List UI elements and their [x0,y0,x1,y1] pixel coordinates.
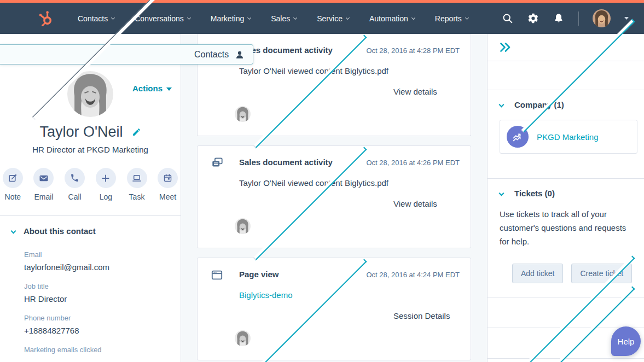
field-marketing-emails-clicked: Marketing emails clicked -- [24,346,170,362]
field-label: Phone number [24,314,170,322]
card-body: Taylor O'Neil viewed content Biglytics.p… [239,178,460,188]
field-label: Marketing emails clicked [24,346,170,354]
card-timestamp: Oct 28, 2016 at 4:24 PM EDT [366,271,460,279]
actions-label: Actions [132,84,163,93]
session-details-label: Session Details [393,311,450,320]
nav-item-service[interactable]: Service [317,14,349,23]
quick-action-label: Task [124,192,150,201]
company-card[interactable]: PKGD Marketing [500,120,637,154]
chevron-down-icon [411,15,415,19]
back-to-contacts-chip[interactable]: Contacts [0,44,253,65]
activity-avatar [235,106,251,122]
field-value[interactable]: HR Director [24,294,170,303]
card-timestamp: Oct 28, 2016 at 4:28 PM EDT [366,46,460,55]
nav-item-automation[interactable]: Automation [369,14,415,23]
email-envelope-icon [33,168,54,188]
deals-section-toggle[interactable]: Deals (1) [488,61,644,90]
calendar-meet-icon [158,168,178,188]
tickets-section-toggle[interactable]: Tickets (0) [488,179,644,207]
field-job-title: Job title HR Director [24,282,170,303]
chevron-down-icon [499,190,504,196]
about-section: About this contact Email taylorfoneil@gm… [0,216,181,362]
quick-action-label: Call [62,192,88,201]
page-view-icon [211,269,225,281]
activity-avatar [235,330,251,346]
chevron-down-icon[interactable] [624,17,629,20]
field-email: Email taylorfoneil@gmail.com [24,250,170,272]
card-title: Page view [239,270,279,279]
card-body: Taylor O'Neil viewed content Biglytics.p… [239,66,460,75]
chevron-down-icon [465,15,469,19]
edit-name-pencil-icon[interactable] [132,127,141,137]
chevron-down-icon [346,15,350,19]
settings-gear-icon[interactable] [527,13,539,25]
nav-item-reports[interactable]: Reports [435,14,468,23]
main-content: Contacts Actions Taylor O'Neil HR Direct… [0,34,644,362]
chevron-down-icon [247,15,251,19]
plus-icon [96,168,116,188]
nav-item-conversations[interactable]: Conversations [135,14,190,23]
nav-item-label: Conversations [135,14,184,23]
field-label: Job title [24,282,170,290]
quick-action-label: Email [31,192,57,201]
note-compose-icon [3,168,23,188]
top-navigation-bar: Contacts Conversations Marketing Sales S… [0,0,644,34]
nav-item-sales[interactable]: Sales [271,14,297,23]
search-icon[interactable] [501,13,513,25]
about-section-toggle[interactable]: About this contact [11,226,170,236]
chevron-down-icon [11,229,16,234]
company-name-link[interactable]: PKGD Marketing [537,132,599,142]
nav-item-contacts[interactable]: Contacts [78,14,114,23]
nav-item-marketing[interactable]: Marketing [211,14,251,23]
nav-item-label: Automation [369,14,408,23]
quick-action-label: Log [93,192,119,201]
page-view-link[interactable]: Biglytics-demo [239,290,460,300]
user-avatar[interactable] [593,9,611,27]
nav-item-label: Marketing [211,14,244,23]
task-button[interactable]: Task [124,168,150,201]
note-button[interactable]: Note [0,168,26,201]
nav-utility-area [501,9,629,27]
panel-header [488,34,644,61]
call-button[interactable]: Call [62,168,88,201]
nav-item-label: Sales [271,14,290,23]
nav-item-label: Contacts [78,14,108,23]
session-details-link[interactable]: Session Details [231,311,460,320]
quick-action-label: Note [0,192,26,201]
company-section-toggle[interactable]: Company (1) [488,90,644,119]
contact-name: Taylor O'Neil [39,124,123,141]
caret-down-icon [166,87,172,91]
add-ticket-button[interactable]: Add ticket [512,264,563,283]
nav-item-label: Service [317,14,343,23]
contact-subtitle: HR Director at PKGD Marketing [0,145,181,154]
laptop-task-icon [127,168,147,188]
actions-dropdown[interactable]: Actions [132,84,172,93]
field-value[interactable]: -- [24,358,170,362]
notifications-bell-icon[interactable] [553,13,565,25]
meet-button[interactable]: Meet [155,168,181,201]
company-label: Company (1) [514,100,564,109]
hubspot-sprocket-logo[interactable] [38,10,55,27]
tickets-label: Tickets (0) [514,189,555,198]
help-button[interactable]: Help [611,326,641,356]
company-section: Company (1) PKGD Marketing [488,90,644,179]
contact-sidebar: Contacts Actions Taylor O'Neil HR Direct… [0,34,181,362]
tickets-section: Tickets (0) Use tickets to track all of … [488,179,644,297]
log-button[interactable]: Log [93,168,119,201]
card-timestamp: Oct 28, 2016 at 4:26 PM EDT [366,159,460,167]
view-details-link[interactable]: View details [231,199,460,208]
deals-section: Deals (1) [488,61,644,90]
field-value[interactable]: +18884827768 [24,326,170,335]
activity-avatar [235,218,251,234]
card-title: Sales document activity [239,157,333,167]
email-button[interactable]: Email [31,168,57,201]
nav-divider [578,11,579,26]
collapse-panel-icon[interactable] [499,42,512,52]
view-details-link[interactable]: View details [231,87,460,96]
field-value[interactable]: taylorfoneil@gmail.com [24,262,170,272]
activity-timeline: Sales document activity Oct 28, 2016 at … [181,34,487,362]
contact-person-icon [235,50,245,60]
chevron-down-icon [187,15,191,19]
contact-fields: Email taylorfoneil@gmail.com Job title H… [24,250,170,362]
quick-action-label: Meet [155,192,181,201]
